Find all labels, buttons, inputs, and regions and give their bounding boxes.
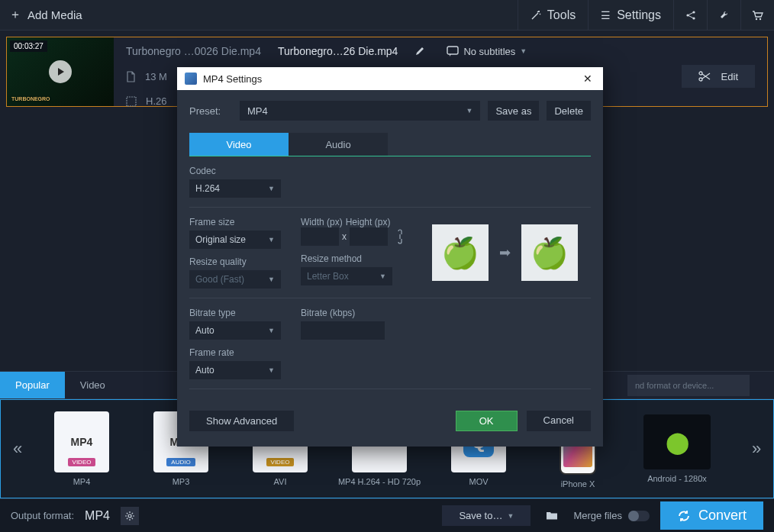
codec-label: Codec [189,166,591,176]
media-thumbnail[interactable]: 00:03:27 TURBONEGRO [7,37,114,106]
bitrate-input[interactable] [301,321,385,340]
play-icon [56,67,65,76]
svg-rect-5 [447,47,458,54]
resize-quality-value: Good (Fast) [195,274,244,285]
search-placeholder: nd format or device... [635,381,714,390]
resize-quality-select[interactable]: Good (Fast) ▼ [189,270,281,289]
wrench-icon [719,10,730,21]
preset-label: Android - 1280x [647,474,707,483]
gear-icon [124,511,135,521]
codec-select[interactable]: H.264 ▼ [189,179,281,198]
svg-point-0 [686,14,689,16]
save-as-button[interactable]: Save as [488,101,539,121]
frame-rate-select[interactable]: Auto ▼ [189,361,281,379]
ok-button[interactable]: OK [456,411,518,431]
svg-point-7 [699,78,702,81]
play-button[interactable] [49,60,72,83]
android-icon: ⬤ [666,430,689,455]
scissors-icon [698,71,711,82]
caret-icon: ▼ [520,47,527,55]
subtitles-icon [447,46,459,56]
folder-icon [546,511,558,521]
output-settings-button[interactable] [121,507,139,525]
svg-rect-8 [127,97,136,106]
frame-size-select[interactable]: Original size ▼ [189,231,281,249]
preset-label: MP3 [173,477,190,486]
caret-icon: ▼ [379,272,386,280]
pencil-icon[interactable] [414,46,425,56]
open-folder-button[interactable] [541,505,563,527]
preset-label: MP4 H.264 - HD 720p [338,477,421,486]
caret-icon: ▼ [507,512,514,520]
delete-button[interactable]: Delete [547,101,591,121]
cart-button[interactable] [740,0,774,31]
preset-mp4[interactable]: MP4VIDEO MP4 [36,411,127,486]
tools-button[interactable]: Tools [518,0,588,31]
show-advanced-button[interactable]: Show Advanced [189,411,294,431]
top-toolbar: ＋ Add Media Tools ☰ Settings [0,0,774,31]
resize-method-select[interactable]: Letter Box ▼ [301,267,392,285]
height-header: Height (px) [346,217,391,227]
plus-icon: ＋ [9,7,21,23]
svg-point-4 [759,18,761,19]
height-input[interactable] [350,227,388,246]
preset-android[interactable]: ⬤ Android - 1280x [631,414,723,483]
frame-size-value: Original size [195,234,246,245]
add-media-button[interactable]: ＋ Add Media [0,7,82,23]
width-header: Width (px) [301,217,343,227]
tab-video[interactable]: Video [65,372,121,398]
show-advanced-label: Show Advanced [206,415,277,427]
file-icon [126,71,136,82]
tab-audio-settings[interactable]: Audio [289,133,388,156]
output-format-value: MP4 [85,509,110,523]
merge-files-toggle[interactable]: Merge files [573,510,650,521]
preview-before: 🍏 [432,224,489,281]
scroll-right-button[interactable]: » [744,400,769,498]
resize-method-label: Resize method [301,253,405,264]
caret-icon: ▼ [268,276,275,283]
resize-preview: 🍏 ➡ 🍏 [432,217,578,289]
convert-button[interactable]: Convert [660,501,763,530]
caret-icon: ▼ [466,107,473,114]
format-icon [126,96,137,107]
wrench-button[interactable] [707,0,740,31]
width-input[interactable] [301,227,339,246]
format-search-input[interactable]: nd format or device... [627,375,750,396]
preset-select[interactable]: MP4 ▼ [240,101,480,121]
svg-point-2 [692,17,695,19]
share-button[interactable] [673,0,707,31]
close-button[interactable]: ✕ [580,73,595,85]
settings-button[interactable]: ☰ Settings [588,0,673,31]
mp4-settings-dialog: MP4 Settings ✕ Preset: MP4 ▼ Save as Del… [177,67,603,447]
thumb-brand: TURBONEGRO [11,96,50,102]
share-icon [685,10,696,21]
subtitles-dropdown[interactable]: No subtitles ▼ [447,46,527,57]
link-icon[interactable] [395,229,405,244]
tools-label: Tools [547,8,576,22]
settings-tabs: Video Audio [189,133,591,156]
bitrate-type-label: Bitrate type [189,308,281,318]
tab-popular[interactable]: Popular [0,372,65,398]
refresh-icon [677,509,691,523]
filename-dim: Turbonegro …0026 Die.mp4 [126,45,261,57]
codec-value: H.264 [195,183,220,194]
arrow-icon: ➡ [499,244,511,261]
cart-icon [752,10,763,21]
convert-label: Convert [698,508,747,524]
edit-button[interactable]: Edit [682,65,755,88]
save-to-label: Save to… [459,510,502,521]
bitrate-label: Bitrate (kbps) [301,308,385,318]
svg-point-1 [692,11,695,13]
edit-label: Edit [721,71,738,82]
hamburger-icon: ☰ [601,9,611,21]
settings-label: Settings [617,8,661,22]
scroll-left-button[interactable]: « [5,400,30,498]
duration-badge: 00:03:27 [10,40,47,52]
save-to-button[interactable]: Save to… ▼ [442,505,531,526]
bitrate-type-select[interactable]: Auto ▼ [189,321,281,340]
footer-bar: Output format: MP4 Save to… ▼ Merge file… [0,498,774,532]
toggle-switch[interactable] [628,511,650,521]
cancel-button[interactable]: Cancel [527,411,591,431]
tab-video-settings[interactable]: Video [189,133,289,156]
bitrate-type-value: Auto [195,325,214,336]
